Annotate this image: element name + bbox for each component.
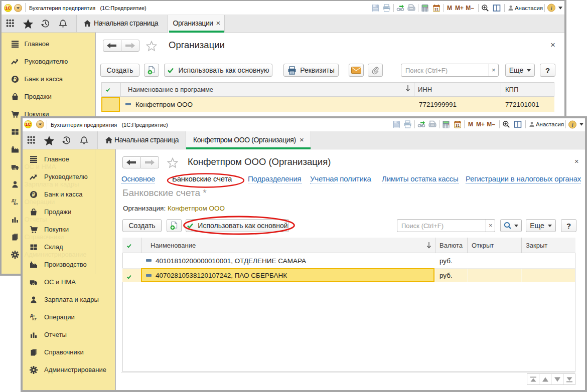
svg-text:31: 31 [456,123,460,128]
svg-text:₽: ₽ [32,192,35,198]
svg-text:₽: ₽ [13,77,17,82]
svg-text:1С: 1С [25,122,31,127]
svg-text:31: 31 [434,7,438,12]
svg-text:1С: 1С [5,6,11,11]
